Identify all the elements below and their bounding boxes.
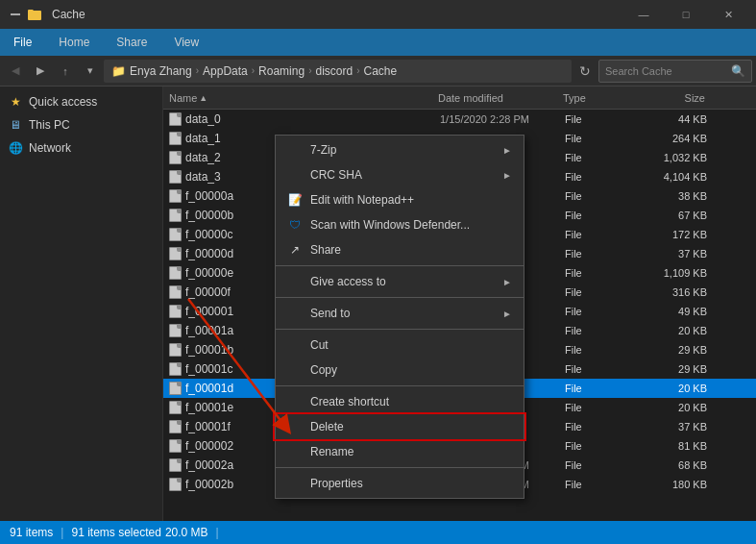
breadcrumb[interactable]: 📁 Enya Zhang › AppData › Roaming › disco… <box>104 60 572 83</box>
ctx-icon <box>287 362 303 378</box>
submenu-arrow-icon: ► <box>502 145 512 156</box>
col-header-name[interactable]: Name ▲ <box>163 92 432 104</box>
ctx-item-crc-sha[interactable]: CRC SHA► <box>276 162 524 187</box>
file-type: File <box>559 190 636 202</box>
file-type: File <box>559 286 636 298</box>
col-header-size[interactable]: Size <box>634 92 711 104</box>
file-type: File <box>559 306 636 317</box>
breadcrumb-sep2: › <box>252 65 255 76</box>
ctx-label: Send to <box>310 307 350 320</box>
col-header-type[interactable]: Type <box>557 92 634 104</box>
file-icon <box>169 420 182 433</box>
file-size: 264 KB <box>636 133 713 144</box>
file-size: 68 KB <box>636 459 713 471</box>
file-size: 1,109 KB <box>636 267 713 279</box>
edit-icon: 📝 <box>287 192 303 208</box>
file-type: File <box>559 344 636 356</box>
ctx-item-rename[interactable]: Rename <box>276 439 524 464</box>
file-icon <box>169 170 182 184</box>
ctx-label: Delete <box>310 420 344 433</box>
file-size: 44 KB <box>636 113 713 125</box>
ctx-icon <box>287 167 303 183</box>
share-icon: ↗ <box>287 242 303 258</box>
refresh-btn[interactable]: ↻ <box>573 60 597 83</box>
breadcrumb-appdata[interactable]: AppData <box>203 64 248 78</box>
ctx-item-properties[interactable]: Properties <box>276 471 524 496</box>
ctx-item-copy[interactable]: Copy <box>276 358 524 383</box>
file-type: File <box>559 267 636 279</box>
menu-home[interactable]: Home <box>45 29 103 56</box>
sidebar-item-network[interactable]: 🌐 Network <box>0 136 162 160</box>
nav-up-btn[interactable]: ↑ <box>54 60 77 83</box>
ctx-icon <box>287 274 303 289</box>
ctx-icon <box>287 337 303 353</box>
nav-back-btn[interactable]: ◀ <box>4 60 27 83</box>
submenu-arrow-icon: ► <box>502 277 512 287</box>
file-icon <box>169 401 182 414</box>
file-size: 37 KB <box>636 248 713 260</box>
svg-rect-0 <box>11 13 20 15</box>
breadcrumb-sep1: › <box>196 65 199 76</box>
ctx-item-7-zip[interactable]: 7-Zip► <box>276 137 524 162</box>
ctx-separator <box>276 265 524 266</box>
search-icon[interactable]: 🔍 <box>731 64 745 78</box>
file-icon <box>169 382 182 395</box>
ctx-item-cut[interactable]: Cut <box>276 333 524 358</box>
sidebar-item-thispc[interactable]: 🖥 This PC <box>0 113 162 136</box>
window-maximize-btn[interactable]: □ <box>666 3 706 26</box>
search-box[interactable]: Search Cache 🔍 <box>598 60 752 83</box>
file-icon <box>169 343 182 357</box>
breadcrumb-roaming[interactable]: Roaming <box>258 64 305 78</box>
ctx-label: Copy <box>310 363 337 377</box>
file-size: 29 KB <box>636 344 713 356</box>
breadcrumb-user[interactable]: Enya Zhang <box>130 64 192 78</box>
file-icon <box>169 324 182 337</box>
folder-icon <box>27 7 42 22</box>
ctx-icon <box>287 476 303 491</box>
file-size: 20 KB <box>636 383 713 394</box>
ctx-separator <box>276 329 524 330</box>
ctx-label: Create shortcut <box>310 395 389 408</box>
ctx-item-edit-with-notepad++[interactable]: 📝Edit with Notepad++ <box>276 187 524 212</box>
ctx-item-scan-with-windows-defender...[interactable]: 🛡Scan with Windows Defender... <box>276 212 524 237</box>
sort-icon: ▲ <box>199 93 207 103</box>
file-type: File <box>559 171 636 183</box>
file-size: 49 KB <box>636 306 713 317</box>
menu-file[interactable]: File <box>0 29 45 56</box>
file-type: File <box>559 248 636 260</box>
item-count: 91 items <box>10 526 53 539</box>
sidebar-item-quickaccess[interactable]: ★ Quick access <box>0 90 162 113</box>
ctx-icon <box>287 419 303 434</box>
ctx-item-create-shortcut[interactable]: Create shortcut <box>276 389 524 414</box>
menu-view[interactable]: View <box>160 29 212 56</box>
title-bar: Cache — □ ✕ <box>0 0 756 29</box>
ctx-item-send-to[interactable]: Send to► <box>276 301 524 326</box>
file-type: File <box>559 421 636 433</box>
window-close-btn[interactable]: ✕ <box>708 3 748 26</box>
network-icon: 🌐 <box>8 140 23 156</box>
nav-recent-btn[interactable]: ▾ <box>79 60 102 83</box>
breadcrumb-sep4: › <box>356 65 359 76</box>
window-minimize-btn[interactable]: — <box>623 3 664 26</box>
breadcrumb-cache[interactable]: Cache <box>364 64 398 78</box>
ctx-item-give-access-to[interactable]: Give access to► <box>276 269 524 294</box>
ctx-icon <box>287 444 303 459</box>
col-header-date[interactable]: Date modified <box>432 92 557 104</box>
file-icon <box>169 362 182 376</box>
menu-share[interactable]: Share <box>103 29 160 56</box>
breadcrumb-discord[interactable]: discord <box>315 64 353 78</box>
breadcrumb-icon: 📁 <box>111 64 126 78</box>
table-row[interactable]: data_0 1/15/2020 2:28 PM File 44 KB <box>163 110 756 129</box>
file-size: 81 KB <box>636 440 713 452</box>
sidebar: ★ Quick access 🖥 This PC 🌐 Network <box>0 87 163 521</box>
submenu-arrow-icon: ► <box>502 309 512 319</box>
nav-forward-btn[interactable]: ▶ <box>29 60 52 83</box>
ctx-item-share[interactable]: ↗Share <box>276 237 524 262</box>
file-type: File <box>559 402 636 413</box>
ctx-item-delete[interactable]: Delete <box>276 414 524 439</box>
file-type: File <box>559 479 636 490</box>
sidebar-label-thispc: This PC <box>29 118 70 132</box>
ctx-label: Properties <box>310 477 363 490</box>
minimize-icon[interactable] <box>8 7 23 22</box>
file-type: File <box>559 133 636 144</box>
